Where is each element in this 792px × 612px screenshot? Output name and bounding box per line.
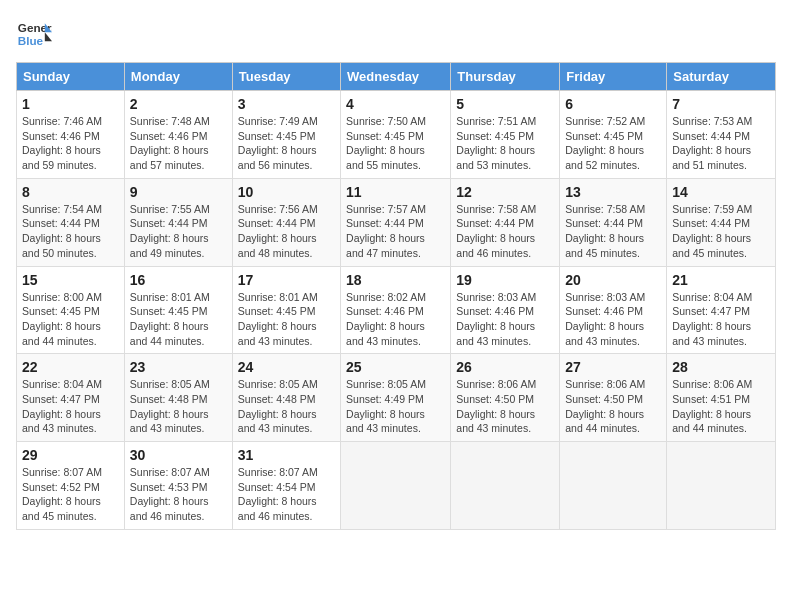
day-number: 31 bbox=[238, 447, 335, 463]
day-details: Sunrise: 7:51 AM Sunset: 4:45 PM Dayligh… bbox=[456, 114, 554, 173]
day-cell: 8 Sunrise: 7:54 AM Sunset: 4:44 PM Dayli… bbox=[17, 178, 125, 266]
day-details: Sunrise: 7:55 AM Sunset: 4:44 PM Dayligh… bbox=[130, 202, 227, 261]
day-cell: 19 Sunrise: 8:03 AM Sunset: 4:46 PM Dayl… bbox=[451, 266, 560, 354]
day-cell: 23 Sunrise: 8:05 AM Sunset: 4:48 PM Dayl… bbox=[124, 354, 232, 442]
day-cell: 28 Sunrise: 8:06 AM Sunset: 4:51 PM Dayl… bbox=[667, 354, 776, 442]
day-cell: 7 Sunrise: 7:53 AM Sunset: 4:44 PM Dayli… bbox=[667, 91, 776, 179]
day-number: 6 bbox=[565, 96, 661, 112]
svg-text:Blue: Blue bbox=[18, 34, 44, 47]
header-row: SundayMondayTuesdayWednesdayThursdayFrid… bbox=[17, 63, 776, 91]
day-details: Sunrise: 7:53 AM Sunset: 4:44 PM Dayligh… bbox=[672, 114, 770, 173]
day-number: 9 bbox=[130, 184, 227, 200]
day-cell: 5 Sunrise: 7:51 AM Sunset: 4:45 PM Dayli… bbox=[451, 91, 560, 179]
logo: General Blue bbox=[16, 16, 52, 52]
col-header-saturday: Saturday bbox=[667, 63, 776, 91]
day-details: Sunrise: 8:06 AM Sunset: 4:50 PM Dayligh… bbox=[456, 377, 554, 436]
logo-icon: General Blue bbox=[16, 16, 52, 52]
day-number: 25 bbox=[346, 359, 445, 375]
day-cell: 9 Sunrise: 7:55 AM Sunset: 4:44 PM Dayli… bbox=[124, 178, 232, 266]
day-details: Sunrise: 8:05 AM Sunset: 4:48 PM Dayligh… bbox=[130, 377, 227, 436]
day-number: 17 bbox=[238, 272, 335, 288]
day-number: 19 bbox=[456, 272, 554, 288]
day-details: Sunrise: 8:06 AM Sunset: 4:50 PM Dayligh… bbox=[565, 377, 661, 436]
day-cell bbox=[341, 442, 451, 530]
day-cell: 25 Sunrise: 8:05 AM Sunset: 4:49 PM Dayl… bbox=[341, 354, 451, 442]
day-number: 18 bbox=[346, 272, 445, 288]
day-details: Sunrise: 8:07 AM Sunset: 4:54 PM Dayligh… bbox=[238, 465, 335, 524]
day-cell: 26 Sunrise: 8:06 AM Sunset: 4:50 PM Dayl… bbox=[451, 354, 560, 442]
day-number: 2 bbox=[130, 96, 227, 112]
day-details: Sunrise: 7:49 AM Sunset: 4:45 PM Dayligh… bbox=[238, 114, 335, 173]
day-number: 29 bbox=[22, 447, 119, 463]
day-number: 14 bbox=[672, 184, 770, 200]
day-cell: 30 Sunrise: 8:07 AM Sunset: 4:53 PM Dayl… bbox=[124, 442, 232, 530]
day-details: Sunrise: 8:03 AM Sunset: 4:46 PM Dayligh… bbox=[456, 290, 554, 349]
day-details: Sunrise: 7:58 AM Sunset: 4:44 PM Dayligh… bbox=[565, 202, 661, 261]
day-details: Sunrise: 7:50 AM Sunset: 4:45 PM Dayligh… bbox=[346, 114, 445, 173]
day-cell: 4 Sunrise: 7:50 AM Sunset: 4:45 PM Dayli… bbox=[341, 91, 451, 179]
header: General Blue bbox=[16, 16, 776, 52]
day-cell: 22 Sunrise: 8:04 AM Sunset: 4:47 PM Dayl… bbox=[17, 354, 125, 442]
day-number: 5 bbox=[456, 96, 554, 112]
col-header-sunday: Sunday bbox=[17, 63, 125, 91]
day-number: 1 bbox=[22, 96, 119, 112]
week-row-4: 22 Sunrise: 8:04 AM Sunset: 4:47 PM Dayl… bbox=[17, 354, 776, 442]
day-details: Sunrise: 8:04 AM Sunset: 4:47 PM Dayligh… bbox=[672, 290, 770, 349]
day-cell: 16 Sunrise: 8:01 AM Sunset: 4:45 PM Dayl… bbox=[124, 266, 232, 354]
day-cell: 11 Sunrise: 7:57 AM Sunset: 4:44 PM Dayl… bbox=[341, 178, 451, 266]
day-number: 21 bbox=[672, 272, 770, 288]
day-details: Sunrise: 8:07 AM Sunset: 4:52 PM Dayligh… bbox=[22, 465, 119, 524]
day-cell: 18 Sunrise: 8:02 AM Sunset: 4:46 PM Dayl… bbox=[341, 266, 451, 354]
day-details: Sunrise: 7:52 AM Sunset: 4:45 PM Dayligh… bbox=[565, 114, 661, 173]
day-details: Sunrise: 7:46 AM Sunset: 4:46 PM Dayligh… bbox=[22, 114, 119, 173]
day-cell: 6 Sunrise: 7:52 AM Sunset: 4:45 PM Dayli… bbox=[560, 91, 667, 179]
day-cell: 29 Sunrise: 8:07 AM Sunset: 4:52 PM Dayl… bbox=[17, 442, 125, 530]
day-number: 15 bbox=[22, 272, 119, 288]
day-cell: 20 Sunrise: 8:03 AM Sunset: 4:46 PM Dayl… bbox=[560, 266, 667, 354]
day-number: 23 bbox=[130, 359, 227, 375]
day-cell: 21 Sunrise: 8:04 AM Sunset: 4:47 PM Dayl… bbox=[667, 266, 776, 354]
day-details: Sunrise: 7:54 AM Sunset: 4:44 PM Dayligh… bbox=[22, 202, 119, 261]
col-header-monday: Monday bbox=[124, 63, 232, 91]
day-details: Sunrise: 8:01 AM Sunset: 4:45 PM Dayligh… bbox=[130, 290, 227, 349]
day-cell bbox=[560, 442, 667, 530]
col-header-thursday: Thursday bbox=[451, 63, 560, 91]
day-details: Sunrise: 8:02 AM Sunset: 4:46 PM Dayligh… bbox=[346, 290, 445, 349]
day-cell: 10 Sunrise: 7:56 AM Sunset: 4:44 PM Dayl… bbox=[232, 178, 340, 266]
day-number: 30 bbox=[130, 447, 227, 463]
day-number: 4 bbox=[346, 96, 445, 112]
day-cell: 24 Sunrise: 8:05 AM Sunset: 4:48 PM Dayl… bbox=[232, 354, 340, 442]
day-number: 16 bbox=[130, 272, 227, 288]
day-number: 12 bbox=[456, 184, 554, 200]
day-number: 26 bbox=[456, 359, 554, 375]
day-cell: 14 Sunrise: 7:59 AM Sunset: 4:44 PM Dayl… bbox=[667, 178, 776, 266]
day-details: Sunrise: 8:04 AM Sunset: 4:47 PM Dayligh… bbox=[22, 377, 119, 436]
day-details: Sunrise: 7:57 AM Sunset: 4:44 PM Dayligh… bbox=[346, 202, 445, 261]
day-details: Sunrise: 8:07 AM Sunset: 4:53 PM Dayligh… bbox=[130, 465, 227, 524]
day-details: Sunrise: 8:05 AM Sunset: 4:48 PM Dayligh… bbox=[238, 377, 335, 436]
day-cell: 13 Sunrise: 7:58 AM Sunset: 4:44 PM Dayl… bbox=[560, 178, 667, 266]
day-cell: 2 Sunrise: 7:48 AM Sunset: 4:46 PM Dayli… bbox=[124, 91, 232, 179]
col-header-wednesday: Wednesday bbox=[341, 63, 451, 91]
day-number: 7 bbox=[672, 96, 770, 112]
day-details: Sunrise: 8:00 AM Sunset: 4:45 PM Dayligh… bbox=[22, 290, 119, 349]
week-row-3: 15 Sunrise: 8:00 AM Sunset: 4:45 PM Dayl… bbox=[17, 266, 776, 354]
day-details: Sunrise: 7:59 AM Sunset: 4:44 PM Dayligh… bbox=[672, 202, 770, 261]
day-details: Sunrise: 8:01 AM Sunset: 4:45 PM Dayligh… bbox=[238, 290, 335, 349]
day-cell: 17 Sunrise: 8:01 AM Sunset: 4:45 PM Dayl… bbox=[232, 266, 340, 354]
day-cell: 1 Sunrise: 7:46 AM Sunset: 4:46 PM Dayli… bbox=[17, 91, 125, 179]
day-number: 27 bbox=[565, 359, 661, 375]
day-number: 22 bbox=[22, 359, 119, 375]
day-details: Sunrise: 8:05 AM Sunset: 4:49 PM Dayligh… bbox=[346, 377, 445, 436]
week-row-5: 29 Sunrise: 8:07 AM Sunset: 4:52 PM Dayl… bbox=[17, 442, 776, 530]
day-cell: 15 Sunrise: 8:00 AM Sunset: 4:45 PM Dayl… bbox=[17, 266, 125, 354]
day-details: Sunrise: 7:56 AM Sunset: 4:44 PM Dayligh… bbox=[238, 202, 335, 261]
col-header-tuesday: Tuesday bbox=[232, 63, 340, 91]
day-cell: 31 Sunrise: 8:07 AM Sunset: 4:54 PM Dayl… bbox=[232, 442, 340, 530]
calendar-table: SundayMondayTuesdayWednesdayThursdayFrid… bbox=[16, 62, 776, 530]
day-details: Sunrise: 7:58 AM Sunset: 4:44 PM Dayligh… bbox=[456, 202, 554, 261]
week-row-2: 8 Sunrise: 7:54 AM Sunset: 4:44 PM Dayli… bbox=[17, 178, 776, 266]
col-header-friday: Friday bbox=[560, 63, 667, 91]
day-number: 8 bbox=[22, 184, 119, 200]
day-number: 20 bbox=[565, 272, 661, 288]
